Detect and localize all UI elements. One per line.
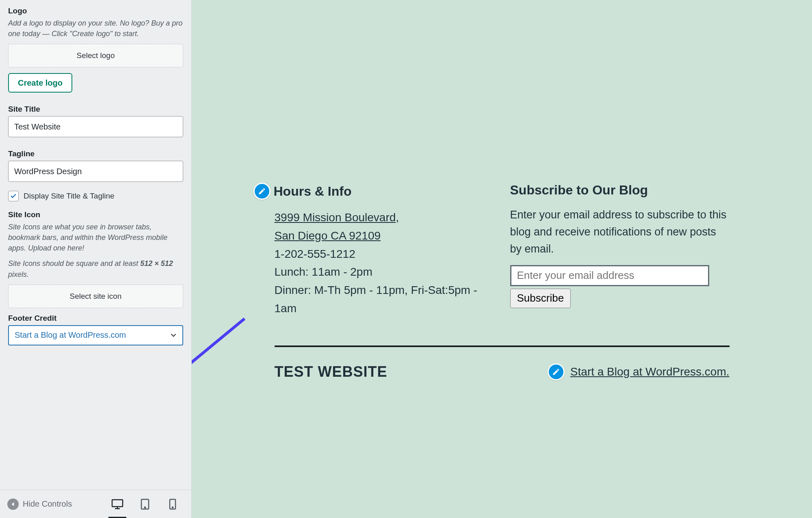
edit-footer-credit-button[interactable] [548,363,565,380]
subscribe-button[interactable]: Subscribe [510,289,571,308]
site-icon-help-1: Site Icons are what you see in browser t… [8,222,183,253]
svg-marker-0 [12,502,14,506]
subscribe-email-input[interactable] [510,265,709,286]
site-title-label: Site Title [8,105,183,114]
site-icon-help-2c: pixels. [8,270,29,278]
footer-credit-value: Start a Blog at WordPress.com [15,330,126,340]
footer-credit-wrap: Start a Blog at WordPress.com. [548,363,730,380]
tagline-label: Tagline [8,149,183,158]
subscribe-heading: Subscribe to Our Blog [510,183,730,198]
site-title-input[interactable] [8,116,183,137]
svg-rect-1 [112,500,123,507]
tablet-preview-button[interactable] [136,495,154,513]
sidebar-content: Logo Add a logo to display on your site.… [8,3,183,490]
footer-widgets-row: Hours & Info 3999 Mission Boulevard, San… [275,0,730,318]
logo-section-label: Logo [8,6,183,15]
create-logo-button[interactable]: Create logo [8,73,72,93]
hide-controls-button[interactable]: Hide Controls [0,499,108,510]
tablet-icon [140,499,150,510]
logo-section-help: Add a logo to display on your site. No l… [8,18,183,39]
address-link-line1[interactable]: 3999 Mission Boulevard, [275,211,399,224]
check-icon [10,193,17,199]
display-title-tagline-row[interactable]: Display Site Title & Tagline [8,191,183,201]
svg-point-7 [172,507,173,507]
select-logo-button[interactable]: Select logo [8,44,183,67]
subscribe-description: Enter your email address to subscribe to… [510,207,730,258]
display-title-tagline-checkbox[interactable] [8,191,19,201]
hours-heading: Hours & Info [274,184,352,199]
desktop-preview-button[interactable] [108,495,126,513]
preview-pane: Hours & Info 3999 Mission Boulevard, San… [192,0,812,518]
footer-site-title: TEST WEBSITE [275,363,388,380]
footer-divider [275,345,730,347]
hours-dinner: Dinner: M-Th 5pm - 11pm, Fri-Sat:5pm - 1… [275,284,477,315]
device-preview-toggles [108,495,186,513]
customizer-sidebar: Logo Add a logo to display on your site.… [0,0,192,518]
hide-controls-label: Hide Controls [23,499,72,509]
edit-widget-button[interactable] [253,183,271,200]
svg-point-5 [145,507,146,508]
hours-lunch: Lunch: 11am - 2pm [275,265,372,278]
footer-credit-label: Footer Credit [8,314,183,323]
site-footer-row: TEST WEBSITE Start a Blog at WordPress.c… [275,363,730,380]
site-icon-help-2b: 512 × 512 [140,259,173,268]
site-icon-label: Site Icon [8,210,183,219]
footer-credit-select-wrap: Start a Blog at WordPress.com [8,325,183,345]
pencil-icon [258,187,266,195]
site-icon-help-2: Site Icons should be square and at least… [8,258,183,279]
hours-info-widget: Hours & Info 3999 Mission Boulevard, San… [275,183,494,318]
footer-credit-link[interactable]: Start a Blog at WordPress.com. [570,365,730,378]
subscribe-widget: Subscribe to Our Blog Enter your email a… [510,183,730,318]
site-icon-help-2a: Site Icons should be square and at least [8,259,140,268]
display-title-tagline-label: Display Site Title & Tagline [24,192,115,201]
select-site-icon-button[interactable]: Select site icon [8,285,183,308]
collapse-icon [7,499,19,510]
mobile-preview-button[interactable] [164,495,182,513]
hours-phone: 1-202-555-1212 [275,248,355,260]
tagline-input[interactable] [8,161,183,182]
address-link-line2[interactable]: San Diego CA 92109 [275,229,381,242]
hours-body: 3999 Mission Boulevard, San Diego CA 921… [275,209,494,318]
preview-content: Hours & Info 3999 Mission Boulevard, San… [192,0,812,518]
footer-credit-select[interactable]: Start a Blog at WordPress.com [8,325,183,345]
mobile-icon [169,499,176,510]
desktop-icon [111,499,123,510]
pencil-icon [552,368,560,376]
sidebar-footer: Hide Controls [0,490,191,518]
